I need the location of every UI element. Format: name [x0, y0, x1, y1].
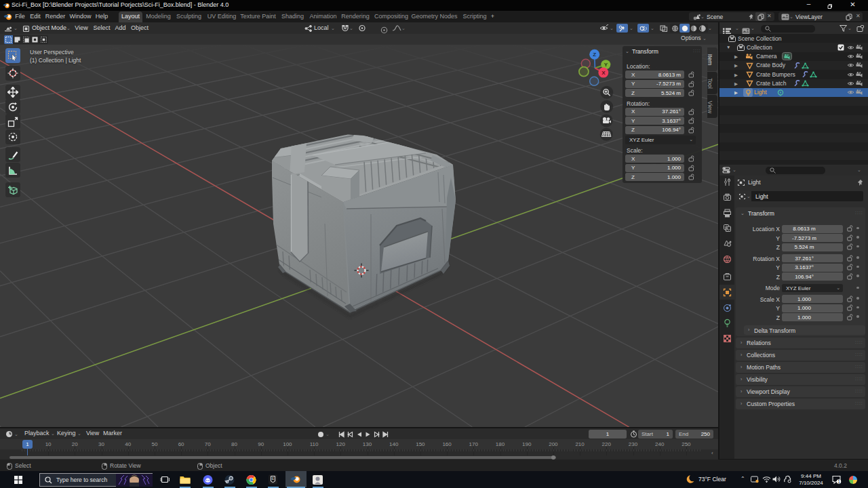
- svg-text:Z: Z: [593, 52, 596, 58]
- svg-text:1: 1: [837, 479, 840, 484]
- svg-text:Y: Y: [604, 62, 608, 68]
- svg-text:X: X: [601, 70, 606, 76]
- svg-text:E: E: [272, 477, 274, 481]
